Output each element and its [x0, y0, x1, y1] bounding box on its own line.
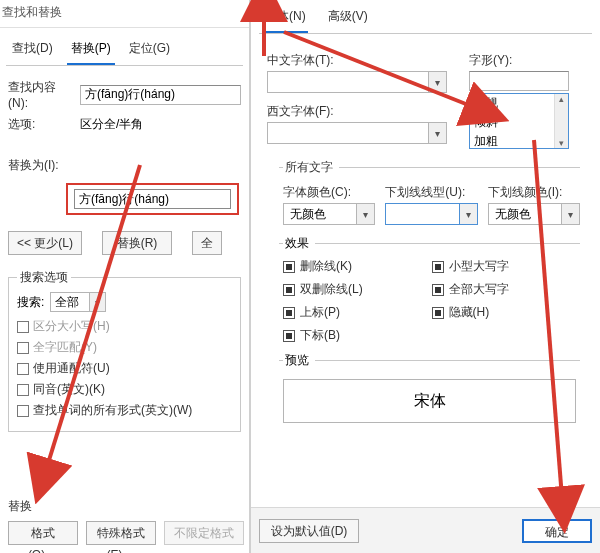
- findwhat-label: 查找内容(N):: [8, 79, 74, 110]
- underline-label: 下划线线型(U):: [385, 184, 477, 201]
- cb-wildcards[interactable]: 使用通配符(U): [17, 360, 232, 377]
- format-button[interactable]: 格式(O)▼: [8, 521, 78, 545]
- chevron-down-icon: ▾: [459, 204, 477, 224]
- search-scope-row: 搜索: 全部 ▾: [17, 292, 232, 312]
- cb-strike[interactable]: 删除线(K): [283, 258, 432, 275]
- tab-find[interactable]: 查找(D): [8, 36, 57, 65]
- replace-button[interactable]: 替换(R): [102, 231, 172, 255]
- options-value: 区分全/半角: [80, 116, 143, 133]
- preview-box: 宋体: [283, 379, 576, 423]
- underline-select[interactable]: ▾: [385, 203, 477, 225]
- replace-all-button[interactable]: 全: [192, 231, 222, 255]
- font-body: 中文字体(T): ▾ 西文字体(F): ▾ 字形(Y): 常规 倾斜 加: [251, 48, 600, 423]
- all-text-legend: 所有文字: [283, 159, 339, 176]
- tab-font[interactable]: 字体(N): [263, 4, 308, 33]
- search-options-group: 搜索选项 搜索: 全部 ▾ 区分大小写(H) 全字匹配(Y) 使用通配符(U) …: [8, 269, 241, 432]
- tab-strip: 查找(D) 替换(P) 定位(G): [0, 28, 249, 65]
- find-replace-dialog: 查找和替换 查找(D) 替换(P) 定位(G) 查找内容(N): 选项: 区分全…: [0, 0, 250, 553]
- font-dialog: 字体(N) 高级(V) 中文字体(T): ▾ 西文字体(F): ▾ 字形(Y):: [250, 0, 600, 553]
- set-default-button[interactable]: 设为默认值(D): [259, 519, 359, 543]
- replacewith-highlight: [66, 183, 239, 215]
- ulcolor-select[interactable]: 无颜色 ▾: [488, 203, 580, 225]
- tab-replace[interactable]: 替换(P): [67, 36, 115, 65]
- cb-dstrike[interactable]: 双删除线(L): [283, 281, 432, 298]
- cb-smallcaps[interactable]: 小型大写字: [432, 258, 581, 275]
- cb-wholeword[interactable]: 全字匹配(Y): [17, 339, 232, 356]
- action-button-row: << 更少(L) 替换(R) 全: [0, 221, 249, 263]
- cjkfont-select[interactable]: ▾: [267, 71, 447, 93]
- replacewith-label: 替换为(I):: [8, 157, 74, 174]
- latinfont-label: 西文字体(F):: [267, 103, 447, 120]
- options-row: 选项: 区分全/半角: [0, 113, 249, 136]
- ulcolor-label: 下划线颜色(I):: [488, 184, 580, 201]
- findwhat-row: 查找内容(N):: [0, 76, 249, 113]
- chevron-down-icon: ▾: [428, 72, 446, 92]
- font-dialog-footer: 设为默认值(D) 确定: [251, 507, 600, 553]
- options-label: 选项:: [8, 116, 74, 133]
- format-button-row: 格式(O)▼ 特殊格式(E)▼ 不限定格式: [0, 521, 249, 553]
- clear-format-button[interactable]: 不限定格式: [164, 521, 244, 545]
- cb-wordforms[interactable]: 查找单词的所有形式(英文)(W): [17, 402, 232, 419]
- search-scope-label: 搜索:: [17, 294, 44, 311]
- search-scope-value: 全部: [55, 294, 79, 311]
- chevron-down-icon: ▾: [561, 204, 579, 224]
- effects-group: 效果 删除线(K) 双删除线(L) 上标(P) 下标(B) 小型大写字 全部大写…: [279, 235, 580, 344]
- replace-format-heading: 替换: [8, 498, 241, 515]
- preview-legend: 预览: [283, 352, 315, 369]
- effects-legend: 效果: [283, 235, 315, 252]
- fontcolor-select[interactable]: 无颜色 ▾: [283, 203, 375, 225]
- special-format-button[interactable]: 特殊格式(E)▼: [86, 521, 156, 545]
- font-tab-strip: 字体(N) 高级(V): [251, 4, 600, 33]
- cb-super[interactable]: 上标(P): [283, 304, 432, 321]
- cb-hidden[interactable]: 隐藏(H): [432, 304, 581, 321]
- cb-matchcase[interactable]: 区分大小写(H): [17, 318, 232, 335]
- search-scope-select[interactable]: 全部 ▾: [50, 292, 106, 312]
- all-text-group: 所有文字 字体颜色(C): 无颜色 ▾ 下划线线型(U): ▾: [279, 159, 580, 225]
- cjkfont-label: 中文字体(T):: [267, 52, 447, 69]
- tab-advanced[interactable]: 高级(V): [326, 4, 370, 33]
- style-label: 字形(Y):: [469, 52, 569, 69]
- style-input[interactable]: [469, 71, 569, 91]
- tab-goto[interactable]: 定位(G): [125, 36, 174, 65]
- dialog-title: 查找和替换: [0, 0, 249, 28]
- chevron-down-icon: ▾: [356, 204, 374, 224]
- latinfont-select[interactable]: ▾: [267, 122, 447, 144]
- preview-group: 预览 宋体: [279, 352, 580, 423]
- scrollbar[interactable]: [554, 94, 568, 148]
- chevron-down-icon: ▾: [89, 293, 105, 311]
- search-options-legend: 搜索选项: [17, 269, 71, 286]
- replacewith-input[interactable]: [74, 189, 231, 209]
- less-button[interactable]: << 更少(L): [8, 231, 82, 255]
- chevron-down-icon: ▾: [428, 123, 446, 143]
- ok-button[interactable]: 确定: [522, 519, 592, 543]
- replacewith-row: 替换为(I):: [0, 154, 249, 177]
- cb-allcaps[interactable]: 全部大写字: [432, 281, 581, 298]
- cb-sub[interactable]: 下标(B): [283, 327, 432, 344]
- style-listbox[interactable]: 常规 倾斜 加粗: [469, 93, 569, 149]
- fontcolor-label: 字体颜色(C):: [283, 184, 375, 201]
- findwhat-input[interactable]: [80, 85, 241, 105]
- cb-soundslike[interactable]: 同音(英文)(K): [17, 381, 232, 398]
